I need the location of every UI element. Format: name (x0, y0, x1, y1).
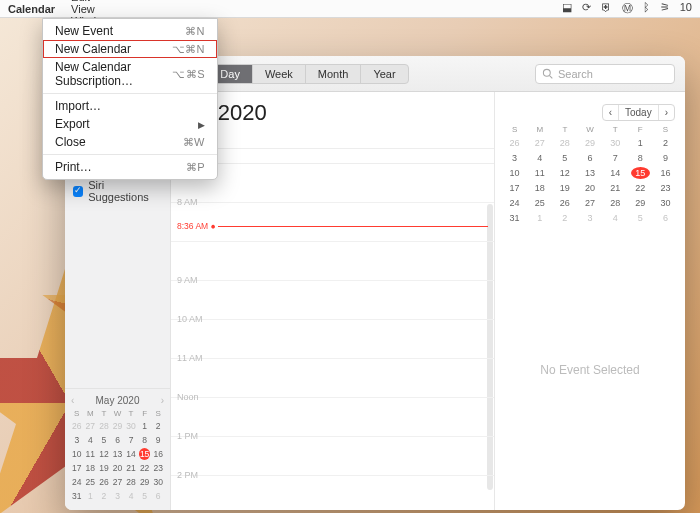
cal-day[interactable]: 2 (152, 420, 164, 432)
next-day-button[interactable]: › (659, 105, 674, 120)
cal-day[interactable]: 1 (139, 420, 151, 432)
cal-day[interactable]: 23 (152, 462, 164, 474)
view-week[interactable]: Week (253, 65, 306, 83)
menu-item-close[interactable]: Close⌘W (43, 133, 217, 151)
cal-day[interactable]: 21 (125, 462, 137, 474)
cal-day[interactable]: 7 (606, 152, 625, 164)
cal-day[interactable]: 20 (112, 462, 124, 474)
cal-day[interactable]: 28 (125, 476, 137, 488)
cal-day[interactable]: 7 (125, 434, 137, 446)
cal-day[interactable]: 9 (152, 434, 164, 446)
cal-day[interactable]: 15 (631, 167, 650, 179)
cal-day[interactable]: 21 (606, 182, 625, 194)
cal-day[interactable]: 3 (71, 434, 83, 446)
inspector-mini-calendar[interactable]: SMTWTFS262728293012345678910111213141516… (505, 125, 675, 224)
cal-day[interactable]: 25 (530, 197, 549, 209)
cal-day[interactable]: 29 (631, 197, 650, 209)
cal-day[interactable]: 16 (152, 448, 164, 460)
cal-day[interactable]: 22 (631, 182, 650, 194)
app-name: Calendar (0, 3, 63, 15)
cal-day[interactable]: 30 (152, 476, 164, 488)
checkbox-icon[interactable] (73, 186, 83, 197)
cal-day[interactable]: 12 (98, 448, 110, 460)
cal-day[interactable]: 5 (98, 434, 110, 446)
cal-day[interactable]: 31 (71, 490, 83, 502)
cal-day[interactable]: 12 (555, 167, 574, 179)
cal-day[interactable]: 28 (606, 197, 625, 209)
cal-day[interactable]: 13 (580, 167, 599, 179)
cal-day[interactable]: 24 (505, 197, 524, 209)
cal-day[interactable]: 26 (98, 476, 110, 488)
cal-day[interactable]: 4 (85, 434, 97, 446)
view-month[interactable]: Month (306, 65, 362, 83)
time-slot[interactable]: 10 AM (171, 320, 494, 359)
time-slot[interactable]: 1 PM (171, 437, 494, 476)
cal-day[interactable]: 6 (580, 152, 599, 164)
timeline[interactable]: 7 AM8 AM8:36 AM ●9 AM10 AM11 AMNoon1 PM2… (171, 164, 494, 510)
time-slot[interactable]: 7 AM (171, 164, 494, 203)
prev-day-button[interactable]: ‹ (603, 105, 619, 120)
search-input[interactable]: Search (535, 64, 675, 84)
cal-day[interactable]: 19 (98, 462, 110, 474)
time-slot[interactable]: 9 AM (171, 281, 494, 320)
cal-day[interactable]: 18 (85, 462, 97, 474)
cal-day[interactable]: 10 (505, 167, 524, 179)
menu-item-new-calendar-subscription-[interactable]: New Calendar Subscription…⌥⌘S (43, 58, 217, 90)
cal-day[interactable]: 5 (555, 152, 574, 164)
svg-line-1 (550, 76, 553, 79)
cal-day[interactable]: 31 (505, 212, 524, 224)
cal-day[interactable]: 11 (85, 448, 97, 460)
prev-month-icon[interactable]: ‹ (71, 395, 74, 406)
cal-day[interactable]: 30 (656, 197, 675, 209)
cal-day[interactable]: 14 (125, 448, 137, 460)
cal-day[interactable]: 15 (139, 448, 151, 460)
cal-day[interactable]: 27 (112, 476, 124, 488)
cal-day[interactable]: 27 (580, 197, 599, 209)
cal-day[interactable]: 17 (505, 182, 524, 194)
cal-day[interactable]: 29 (139, 476, 151, 488)
cal-day[interactable]: 23 (656, 182, 675, 194)
cal-day[interactable]: 22 (139, 462, 151, 474)
cal-day[interactable]: 25 (85, 476, 97, 488)
menu-item-new-calendar[interactable]: New Calendar⌥⌘N (43, 40, 217, 58)
menubar: Calendar FileEditViewWindowHelp ⬓ ⟳ ⛨ Ⓜ … (0, 0, 700, 18)
cal-day[interactable]: 18 (530, 182, 549, 194)
time-slot[interactable] (171, 242, 494, 281)
cal-day[interactable]: 3 (505, 152, 524, 164)
time-slot[interactable]: 11 AM (171, 359, 494, 398)
cal-day[interactable]: 20 (580, 182, 599, 194)
cal-day[interactable]: 9 (656, 152, 675, 164)
next-month-icon[interactable]: › (161, 395, 164, 406)
menu-item-new-event[interactable]: New Event⌘N (43, 22, 217, 40)
time-slot[interactable]: 8 AM (171, 203, 494, 242)
cal-day[interactable]: 11 (530, 167, 549, 179)
time-slot[interactable]: 2 PM (171, 476, 494, 510)
mini-cal-title: ‹ May 2020 › (71, 395, 164, 406)
menu-item-export[interactable]: Export▶ (43, 115, 217, 133)
cal-day[interactable]: 19 (555, 182, 574, 194)
today-button[interactable]: Today (619, 105, 659, 120)
cal-day[interactable]: 24 (71, 476, 83, 488)
cal-day[interactable]: 17 (71, 462, 83, 474)
time-slot[interactable]: Noon (171, 398, 494, 437)
cal-day[interactable]: 14 (606, 167, 625, 179)
sidebar-mini-calendar[interactable]: ‹ May 2020 › SMTWTFS26272829301234567891… (71, 395, 164, 502)
cal-day[interactable]: 26 (555, 197, 574, 209)
cal-day[interactable]: 6 (112, 434, 124, 446)
cal-day[interactable]: 10 (71, 448, 83, 460)
today-nav[interactable]: ‹ Today › (602, 104, 675, 121)
cal-day[interactable]: 16 (656, 167, 675, 179)
menu-view[interactable]: View (63, 3, 118, 15)
menu-item-import-[interactable]: Import… (43, 97, 217, 115)
cal-day[interactable]: 8 (139, 434, 151, 446)
cal-day[interactable]: 8 (631, 152, 650, 164)
view-switcher[interactable]: DayWeekMonthYear (207, 64, 408, 84)
cal-day[interactable]: 4 (530, 152, 549, 164)
allday-row[interactable]: all-day (171, 148, 494, 164)
view-year[interactable]: Year (361, 65, 407, 83)
calendar-siri-suggestions[interactable]: Siri Suggestions (71, 177, 164, 205)
cal-day[interactable]: 13 (112, 448, 124, 460)
cal-day[interactable]: 2 (656, 137, 675, 149)
cal-day[interactable]: 1 (631, 137, 650, 149)
menu-item-print-[interactable]: Print…⌘P (43, 158, 217, 176)
